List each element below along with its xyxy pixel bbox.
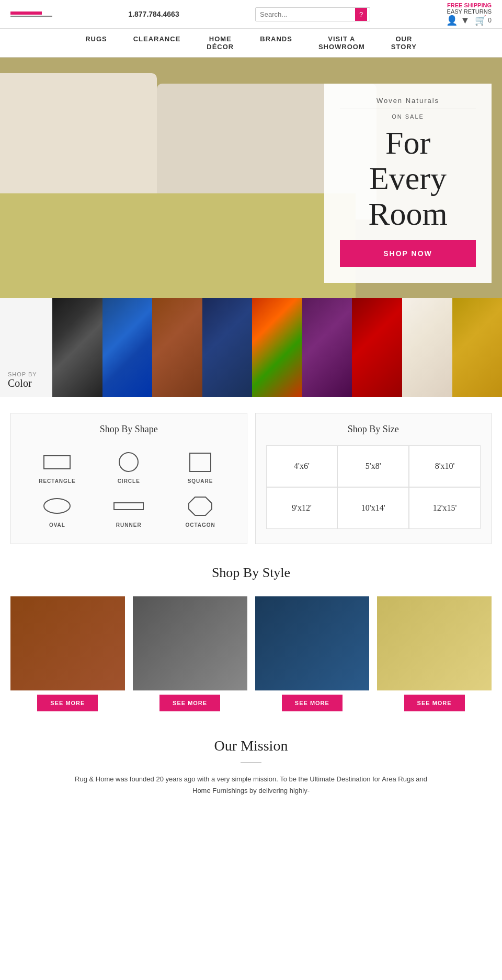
hero-divider xyxy=(340,109,476,109)
hero-shop-now-button[interactable]: SHOP NOW xyxy=(340,240,476,267)
header-right: FREE SHIPPING EASY RETURNS 👤 ▼ 🛒 0 xyxy=(446,2,492,26)
mission-divider xyxy=(241,762,261,763)
style-see-more-3[interactable]: SEE MORE xyxy=(282,695,343,711)
rectangle-icon xyxy=(41,451,73,474)
shapes-grid: RECTANGLE CIRCLE SQUARE xyxy=(21,445,236,533)
hero-rug xyxy=(0,193,356,298)
cart-icon: 🛒 xyxy=(475,15,486,26)
color-swatch-gold[interactable] xyxy=(452,298,503,397)
svg-marker-5 xyxy=(189,497,212,515)
shape-rectangle[interactable]: RECTANGLE xyxy=(27,451,88,484)
shape-oval-label: OVAL xyxy=(49,522,65,528)
phone-number: 1.877.784.4663 xyxy=(128,10,179,18)
svg-rect-4 xyxy=(114,503,143,510)
square-icon xyxy=(185,451,216,474)
runner-icon xyxy=(113,494,144,518)
size-box: Shop By Size 4'x6' 5'x8' 8'x10' 9'x12' 1… xyxy=(255,413,492,544)
hero-title: For Every Room xyxy=(340,125,476,232)
shape-rectangle-label: RECTANGLE xyxy=(39,478,75,484)
search-bar[interactable]: ? xyxy=(255,7,370,21)
style-see-more-2[interactable]: SEE MORE xyxy=(159,695,220,711)
svg-rect-2 xyxy=(190,453,211,471)
color-swatch-black[interactable] xyxy=(52,298,102,397)
shape-circle[interactable]: CIRCLE xyxy=(98,451,159,484)
style-see-more-4[interactable]: SEE MORE xyxy=(404,695,465,711)
mission-text: Rug & Home was founded 20 years ago with… xyxy=(68,774,434,797)
nav-rugs[interactable]: RUGS xyxy=(85,35,107,51)
shop-by-color-label: SHOP BY Color xyxy=(0,298,52,397)
shape-square-label: SQUARE xyxy=(188,478,213,484)
color-label: Color xyxy=(8,377,47,389)
search-input[interactable] xyxy=(256,8,355,21)
style-image-3 xyxy=(255,596,370,690)
circle-icon xyxy=(113,451,144,474)
svg-rect-0 xyxy=(44,456,70,469)
search-button[interactable]: ? xyxy=(355,8,367,21)
nav-showroom[interactable]: VISIT ASHOWROOM xyxy=(318,35,365,51)
octagon-icon xyxy=(185,494,216,518)
color-swatches xyxy=(52,298,502,397)
easy-returns-label: EASY RETURNS xyxy=(447,8,492,15)
color-swatch-rust[interactable] xyxy=(152,298,202,397)
nav-home-decor[interactable]: HOMEDÉCOR xyxy=(207,35,234,51)
logo[interactable] xyxy=(10,11,52,17)
shape-circle-label: CIRCLE xyxy=(118,478,140,484)
shape-octagon[interactable]: OCTAGON xyxy=(170,494,231,528)
color-swatch-multicolor[interactable] xyxy=(252,298,302,397)
mission-title: Our Mission xyxy=(10,737,492,754)
shop-by-section: Shop By Shape RECTANGLE CIRCLE xyxy=(10,413,492,544)
shape-box: Shop By Shape RECTANGLE CIRCLE xyxy=(10,413,247,544)
cart-area[interactable]: 🛒 0 xyxy=(475,15,492,26)
style-card-4: SEE MORE xyxy=(377,596,492,711)
style-section: Shop By Style SEE MORE SEE MORE SEE MORE… xyxy=(10,565,492,711)
size-section-title: Shop By Size xyxy=(266,424,481,435)
shape-square[interactable]: SQUARE xyxy=(170,451,231,484)
shape-runner[interactable]: RUNNER xyxy=(98,494,159,528)
hero-overlay: Woven Naturals ON SALE For Every Room SH… xyxy=(324,84,492,283)
cart-count: 0 xyxy=(488,17,492,24)
hero-on-sale: ON SALE xyxy=(340,113,476,120)
size-9x12[interactable]: 9'x12' xyxy=(266,487,338,529)
style-image-1 xyxy=(10,596,125,690)
svg-point-1 xyxy=(119,453,138,471)
shape-runner-label: RUNNER xyxy=(116,522,142,528)
nav-brands[interactable]: BRANDS xyxy=(260,35,292,51)
hero-subtitle: Woven Naturals xyxy=(340,97,476,105)
style-image-2 xyxy=(133,596,247,690)
style-section-title: Shop By Style xyxy=(10,565,492,581)
svg-point-3 xyxy=(44,499,70,513)
nav-clearance[interactable]: CLEARANCE xyxy=(133,35,181,51)
shape-octagon-label: OCTAGON xyxy=(185,522,215,528)
size-10x14[interactable]: 10'x14' xyxy=(337,487,409,529)
style-image-4 xyxy=(377,596,492,690)
color-swatch-cream[interactable] xyxy=(402,298,452,397)
mission-section: Our Mission Rug & Home was founded 20 ye… xyxy=(10,737,492,797)
style-card-1: SEE MORE xyxy=(10,596,125,711)
size-8x10[interactable]: 8'x10' xyxy=(409,445,481,487)
oval-icon xyxy=(41,494,73,518)
hero-banner: Woven Naturals ON SALE For Every Room SH… xyxy=(0,57,502,298)
sizes-grid: 4'x6' 5'x8' 8'x10' 9'x12' 10'x14' 12'x15… xyxy=(266,445,481,529)
color-strip: SHOP BY Color xyxy=(0,298,502,397)
free-shipping-label: FREE SHIPPING xyxy=(447,2,492,8)
shop-by-text: SHOP BY xyxy=(8,371,47,377)
shape-oval[interactable]: OVAL xyxy=(27,494,88,528)
shape-section-title: Shop By Shape xyxy=(21,424,236,435)
size-12x15[interactable]: 12'x15' xyxy=(409,487,481,529)
style-grid: SEE MORE SEE MORE SEE MORE SEE MORE xyxy=(10,596,492,711)
account-icon[interactable]: 👤 ▼ xyxy=(446,15,470,26)
color-swatch-blue[interactable] xyxy=(102,298,153,397)
header: 1.877.784.4663 ? FREE SHIPPING EASY RETU… xyxy=(0,0,502,29)
nav-our-story[interactable]: OURSTORY xyxy=(391,35,417,51)
color-swatch-purple[interactable] xyxy=(302,298,352,397)
style-card-3: SEE MORE xyxy=(255,596,370,711)
color-swatch-red[interactable] xyxy=(352,298,402,397)
style-see-more-1[interactable]: SEE MORE xyxy=(37,695,98,711)
style-card-2: SEE MORE xyxy=(133,596,247,711)
color-swatch-navy[interactable] xyxy=(202,298,253,397)
header-icons: 👤 ▼ 🛒 0 xyxy=(446,15,492,26)
size-5x8[interactable]: 5'x8' xyxy=(337,445,409,487)
main-nav: RUGS CLEARANCE HOMEDÉCOR BRANDS VISIT AS… xyxy=(0,29,502,57)
size-4x6[interactable]: 4'x6' xyxy=(266,445,338,487)
